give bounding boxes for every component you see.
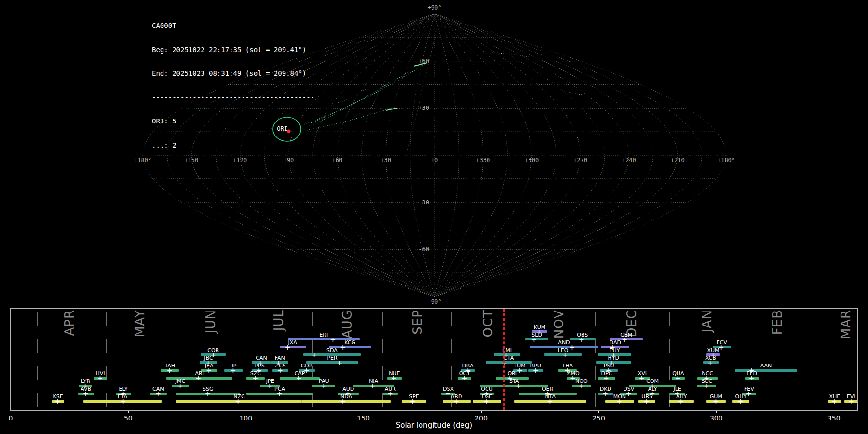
shower-peak-marker-ahy: +	[678, 398, 684, 405]
month-label-sep: SEP	[411, 310, 424, 335]
lon-label: +240	[622, 157, 636, 163]
tick-mark	[598, 411, 599, 413]
shower-peak-marker-mon: +	[616, 398, 622, 405]
lon-label: +180°	[718, 157, 735, 163]
shower-peak-marker-per: +	[337, 359, 343, 366]
meteor-trail-ori	[308, 83, 389, 127]
month-label-jun: JUN	[204, 310, 217, 333]
month-label-feb: FEB	[771, 310, 784, 335]
sky-map: +180°+150+120+90+60+30+0+330+300+270+240…	[0, 0, 868, 309]
shower-peak-marker-eri: +	[330, 336, 336, 343]
shower-peak-marker-zcs: +	[277, 367, 283, 374]
lon-label: +120	[233, 157, 247, 163]
shower-peak-marker-noo: +	[578, 382, 584, 389]
month-label-apr: APR	[63, 310, 76, 336]
shower-peak-marker-tah: +	[167, 367, 173, 374]
shower-peak-marker-nta: +	[547, 398, 553, 405]
shower-peak-marker-xcb: +	[707, 359, 713, 366]
shower-peak-marker-ohy: +	[738, 398, 744, 405]
tick-mark	[481, 411, 482, 413]
month-boundary-line	[312, 309, 313, 410]
month-boundary-line	[595, 309, 596, 410]
grid-meridian	[434, 14, 483, 297]
month-label-jan: JAN	[701, 310, 713, 332]
month-boundary-line	[176, 309, 176, 410]
shower-peak-marker-sld: +	[531, 336, 537, 343]
month-boundary-line	[811, 309, 811, 410]
shower-peak-marker-pca: +	[277, 390, 283, 397]
lat-label: +90°	[428, 4, 442, 11]
shower-activity-chart: APRMAYJUNJULAUGSEPOCTNOVDECJANFEBMARKUM+…	[10, 308, 858, 411]
lon-label: +150	[184, 157, 198, 163]
shower-peak-marker-dpc: +	[603, 375, 609, 381]
shower-peak-marker-fev: +	[746, 390, 752, 397]
meteor-trail-sporadic	[493, 52, 529, 57]
shower-peak-marker-aur: +	[387, 390, 393, 397]
shower-peak-marker-dsx: +	[445, 390, 451, 397]
shower-peak-marker-obs: +	[579, 336, 584, 343]
shower-peak-marker-szc: +	[252, 375, 258, 381]
shower-peak-marker-scc: +	[704, 382, 709, 389]
shower-bar-aan	[735, 369, 797, 372]
shower-peak-marker-cap: +	[296, 375, 302, 381]
shower-peak-marker-fed: +	[749, 375, 755, 381]
tick-mark	[128, 411, 129, 413]
shower-peak-marker-leo: +	[562, 352, 568, 358]
shower-peak-marker-xhe: +	[831, 398, 837, 405]
shower-peak-marker-dsv: +	[626, 390, 632, 397]
shower-peak-marker-iip: +	[231, 367, 236, 374]
lon-label: +180°	[134, 157, 151, 163]
radiant-dot	[287, 130, 291, 133]
month-boundary-line	[524, 309, 524, 410]
meteor-trail-sporadic	[565, 92, 587, 95]
lon-label: +90	[284, 157, 294, 163]
tick-mark	[834, 411, 834, 413]
shower-peak-marker-urs: +	[644, 398, 650, 405]
shower-peak-marker-jxa: +	[285, 344, 291, 351]
shower-peak-marker-amo: +	[570, 375, 576, 381]
shower-peak-marker-sta: +	[515, 382, 521, 389]
grid-meridian	[337, 14, 434, 297]
shower-bar-nda	[302, 400, 390, 403]
x-axis-title: Solar longitude (deg)	[0, 421, 868, 430]
shower-peak-marker-jea: +	[206, 367, 212, 374]
month-label-oct: OCT	[482, 310, 494, 338]
month-label-mar: MAR	[840, 310, 852, 339]
shower-peak-marker-jpe: +	[267, 382, 272, 389]
shower-label-and: AND	[558, 340, 570, 345]
faint-dashed-line	[407, 30, 436, 155]
shower-peak-marker-spe: +	[410, 398, 416, 405]
shower-peak-marker-kse: +	[55, 398, 61, 405]
shower-label-sda: SDA	[326, 348, 338, 353]
month-label-jul: JUL	[272, 310, 285, 331]
shower-peak-marker-ari: +	[195, 375, 201, 381]
shower-peak-marker-cam: +	[155, 390, 161, 397]
shower-peak-marker-nzc: +	[235, 398, 241, 405]
shower-peak-marker-kcg: +	[340, 344, 346, 351]
current-sol-line	[504, 309, 505, 410]
lat-label: -90°	[428, 298, 442, 305]
lat-label: -60	[419, 246, 429, 253]
shower-peak-marker-oct: +	[462, 375, 468, 381]
shower-peak-marker-ege: +	[484, 398, 489, 405]
shower-peak-marker-ssg: +	[205, 390, 211, 397]
shower-peak-marker-gum: +	[713, 398, 719, 405]
shower-peak-marker-and: +	[569, 344, 575, 351]
month-label-nov: NOV	[553, 310, 565, 339]
shower-peak-marker-rpu: +	[533, 367, 539, 374]
shower-peak-marker-hvi: +	[97, 375, 103, 381]
month-boundary-line	[37, 309, 38, 410]
month-boundary-line	[669, 309, 670, 410]
shower-label-eri: ERI	[319, 332, 328, 338]
shower-label-aan: AAN	[760, 363, 772, 368]
meteor-radiant-screen: CA000T Beg: 20251022 22:17:35 (sol = 209…	[0, 0, 868, 434]
tick-mark	[11, 411, 11, 413]
shower-peak-marker-nue: +	[391, 375, 397, 381]
tick-mark	[246, 411, 246, 413]
lat-label: +30	[419, 105, 429, 111]
shower-peak-marker-evi: +	[848, 398, 854, 405]
meteor-trail-ori	[310, 72, 407, 123]
shower-peak-marker-jmc: +	[177, 382, 183, 389]
shower-peak-marker-lum: +	[517, 367, 523, 374]
month-boundary-line	[106, 309, 107, 410]
